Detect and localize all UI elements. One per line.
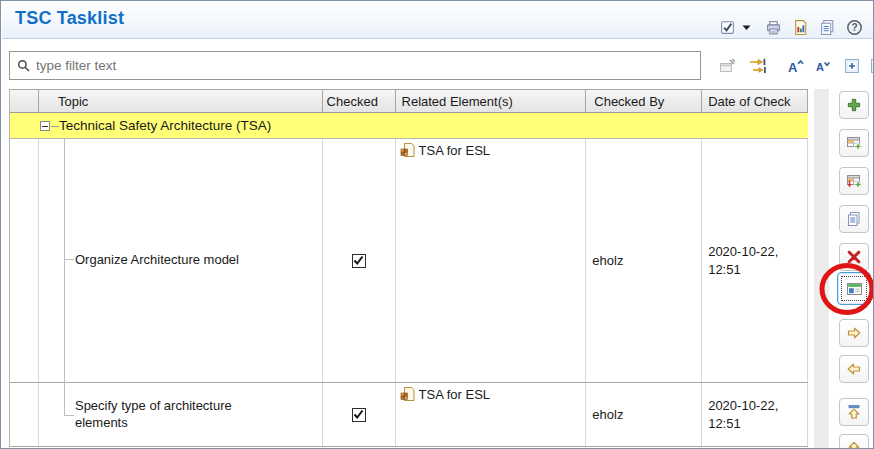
checked-checkbox[interactable] [352,254,366,268]
column-header-topic[interactable]: Topic [39,90,323,112]
tsc-tasklist-view: TSC Tasklist ? [0,0,874,449]
model-element-icon [400,386,416,402]
related-element-label: TSA for ESL [419,387,491,402]
move-left-button[interactable] [839,355,869,383]
vertical-scrollbar[interactable] [814,89,829,449]
add-icon [846,97,862,113]
tree-connector [64,259,74,260]
tree-guide-line [64,139,65,416]
move-up-icon [846,440,862,449]
report-icon[interactable] [792,19,809,36]
checked-by-cell: eholz [586,139,702,382]
svg-text:A: A [816,61,824,73]
collapse-all-icon[interactable] [869,57,874,75]
view-titlebar: TSC Tasklist ? [2,1,873,39]
table-header: Topic Checked Related Element(s) Checked… [10,89,808,113]
checked-by-cell: eholz [586,383,702,446]
group-label: Technical Safety Architecture (TSA) [59,118,271,133]
move-right-button[interactable] [839,319,869,347]
filter-input[interactable] [36,52,700,79]
pin-view-icon[interactable] [719,58,737,74]
dropdown-arrow-icon[interactable] [741,19,751,36]
column-header-checked-by[interactable]: Checked By [586,90,702,112]
related-element-link[interactable]: TSA for ESL [400,142,491,158]
model-element-icon [400,142,416,158]
move-to-top-icon [846,404,862,420]
topic-cell: Specify type of architecture elements [75,398,270,432]
date-cell: 2020-10-22, 12:51 [702,383,808,446]
table-row[interactable]: Organize Architecture model TSA for ESL … [10,139,808,383]
edit-form-button[interactable] [837,272,871,305]
copy-list-icon[interactable] [819,19,836,36]
add-subtask-icon [846,173,862,189]
jump-to-marker-icon[interactable] [748,57,770,75]
add-task-button[interactable] [839,129,869,157]
checked-tasks-filter-icon[interactable] [719,19,736,36]
column-header-empty[interactable] [10,90,39,112]
decrease-font-icon[interactable]: A [814,58,831,75]
filter-toolbar: A A [713,53,874,79]
add-button[interactable] [839,91,869,119]
search-icon [16,58,32,74]
table-row[interactable]: Specify type of architecture elements TS… [10,383,808,447]
tree-connector [64,415,74,416]
related-element-label: TSA for ESL [419,143,491,158]
svg-text:?: ? [851,22,857,33]
page-title: TSC Tasklist [15,8,124,29]
check-icon [353,255,364,266]
move-left-icon [846,361,862,377]
topic-cell: Organize Architecture model [75,252,239,269]
add-subtask-button[interactable] [839,167,869,195]
add-task-icon [846,135,862,151]
delete-icon [846,249,862,265]
column-header-related[interactable]: Related Element(s) [396,90,587,112]
svg-text:A: A [788,59,798,74]
move-right-icon [846,325,862,341]
tree-connector [51,126,59,127]
check-icon [353,409,364,420]
related-element-link[interactable]: TSA for ESL [400,386,491,402]
delete-button[interactable] [839,243,869,271]
move-up-button[interactable] [839,434,869,449]
help-icon[interactable]: ? [846,19,863,36]
titlebar-toolbar: ? [719,19,863,36]
expand-all-icon[interactable] [843,57,861,75]
collapse-expander-icon[interactable] [40,121,50,131]
checked-checkbox[interactable] [352,408,366,422]
filter-field [9,51,701,80]
copy-button[interactable] [839,205,869,233]
column-header-checked[interactable]: Checked [323,90,396,112]
group-row-tsa[interactable]: Technical Safety Architecture (TSA) [10,113,808,139]
edit-form-icon [846,281,863,297]
print-icon[interactable] [765,19,782,36]
copy-icon [846,211,862,227]
increase-font-icon[interactable]: A [786,58,805,75]
tasklist-table: Topic Checked Related Element(s) Checked… [9,89,808,447]
move-to-top-button[interactable] [839,398,869,426]
column-header-date[interactable]: Date of Check [702,90,808,112]
date-cell: 2020-10-22, 12:51 [702,139,808,382]
